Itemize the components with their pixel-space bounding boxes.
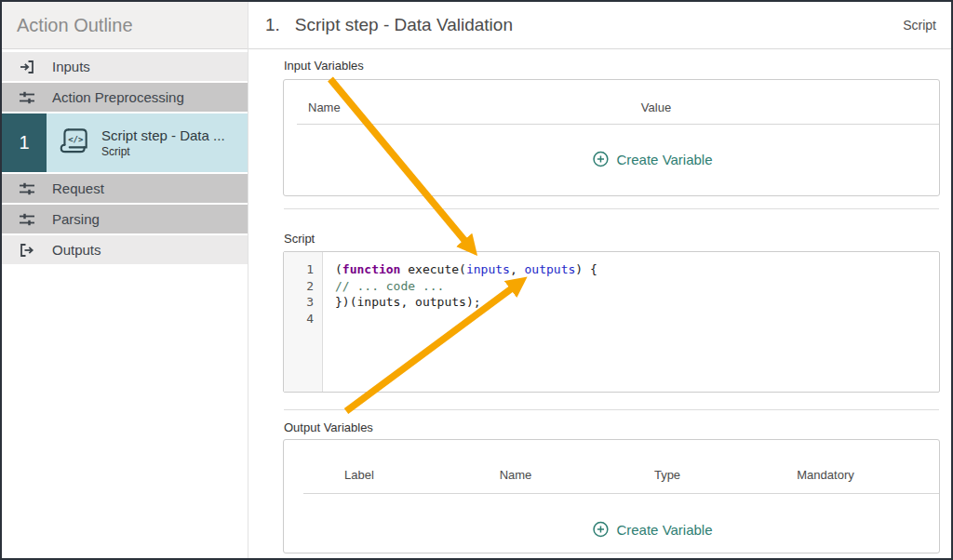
sliders-icon: [2, 210, 52, 229]
output-variables-box: Label Name Type Mandatory Create Variabl…: [283, 439, 940, 553]
sliders-icon: [2, 88, 52, 107]
column-header-type: Type: [654, 468, 680, 482]
outputs-token: outputs: [525, 262, 576, 276]
action-outline-sidebar: Action Outline Inputs: [2, 2, 248, 558]
line-number: 1: [284, 261, 322, 278]
create-output-variable-button[interactable]: Create Variable: [592, 521, 712, 538]
column-header-label: Label: [344, 468, 374, 482]
sidebar-item-outputs[interactable]: Outputs: [2, 235, 248, 264]
selected-step-body: </> Script step - Data ... Script: [47, 113, 225, 172]
create-variable-label: Create Variable: [616, 152, 712, 167]
outputs-icon: [2, 241, 52, 260]
create-input-variable-button[interactable]: Create Variable: [592, 151, 712, 167]
section-divider: [284, 409, 939, 410]
sidebar-title: Action Outline: [2, 2, 248, 49]
output-variables-label: Output Variables: [284, 420, 373, 434]
code-line-2: // ... code ...: [324, 278, 939, 295]
column-header-name: Name: [500, 468, 532, 482]
column-header-value: Value: [641, 100, 671, 114]
script-scroll-icon: </>: [57, 124, 92, 163]
step-header-number: 1.: [265, 15, 280, 35]
line-number: 4: [284, 311, 322, 327]
page-title: Script step - Data Validation: [295, 15, 903, 35]
line-number: 3: [284, 294, 322, 311]
sidebar-item-label: Inputs: [52, 59, 90, 74]
create-variable-label: Create Variable: [616, 522, 712, 538]
inputs-token: inputs: [466, 262, 510, 276]
code-line-3: })(inputs, outputs);: [324, 294, 939, 311]
step-number-badge: 1: [2, 113, 47, 172]
code-line-4: [324, 311, 939, 327]
plus-circle-icon: [592, 151, 609, 167]
selected-step-subtitle: Script: [101, 145, 225, 158]
plus-circle-icon: [592, 521, 609, 538]
column-header-mandatory: Mandatory: [797, 468, 853, 482]
sidebar-item-inputs[interactable]: Inputs: [2, 52, 248, 81]
sidebar-item-label: Action Preprocessing: [52, 89, 184, 105]
script-editor[interactable]: 1 2 3 4 (function execute(inputs, output…: [283, 251, 940, 393]
table-header-divider: [303, 493, 939, 494]
sidebar-item-parsing[interactable]: Parsing: [2, 205, 248, 233]
comment-token: // ... code ...: [335, 279, 444, 293]
column-header-name: Name: [308, 100, 341, 114]
step-type-label: Script: [903, 18, 936, 33]
code-glyph: </>: [68, 135, 84, 144]
input-variables-box: Name Value Create Variable: [283, 79, 940, 196]
sidebar-item-script-step-selected[interactable]: 1 </> Script step - Data ... Script: [2, 113, 248, 172]
line-number-gutter: 1 2 3 4: [284, 252, 323, 392]
sliders-icon: [2, 180, 52, 198]
selected-step-title: Script step - Data ...: [101, 127, 225, 143]
script-label: Script: [284, 232, 315, 246]
code-area: (function execute(inputs, outputs) { // …: [324, 261, 939, 327]
sidebar-item-action-preprocessing[interactable]: Action Preprocessing: [2, 83, 248, 112]
sidebar-item-label: Outputs: [52, 242, 101, 258]
table-header-divider: [297, 124, 939, 125]
line-number: 2: [284, 278, 322, 295]
sidebar-item-request[interactable]: Request: [2, 174, 248, 203]
input-variables-label: Input Variables: [284, 59, 364, 73]
step-detail-panel: 1. Script step - Data Validation Script …: [248, 2, 951, 558]
selected-step-text: Script step - Data ... Script: [101, 127, 225, 158]
code-line-1: (function execute(inputs, outputs) {: [324, 261, 939, 278]
keyword-token: function: [342, 262, 401, 276]
inputs-icon: [2, 58, 52, 76]
action-editor-window: Action Outline Inputs: [0, 0, 953, 560]
sidebar-items: Inputs Action Preprocessing 1: [2, 49, 248, 264]
sidebar-item-label: Request: [52, 180, 104, 196]
step-header: 1. Script step - Data Validation Script: [248, 2, 951, 49]
section-divider: [284, 208, 939, 209]
sidebar-item-label: Parsing: [52, 211, 100, 227]
